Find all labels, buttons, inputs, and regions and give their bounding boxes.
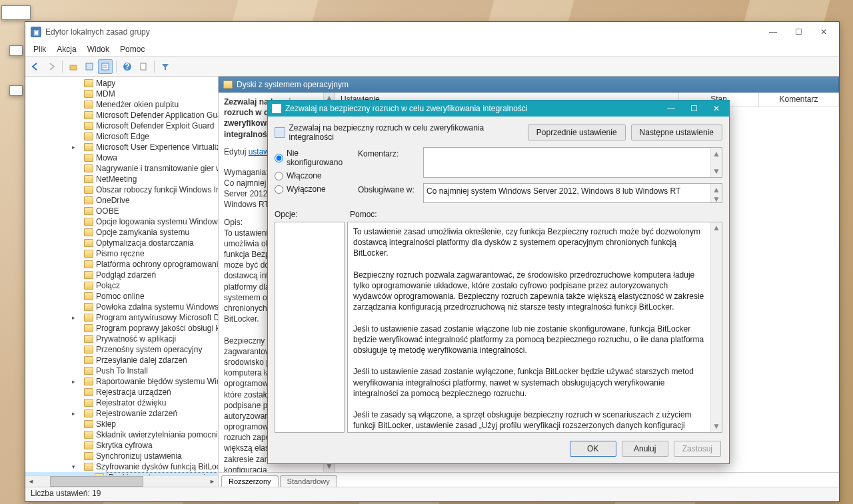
tree-item[interactable]: ▾Szyfrowanie dysków funkcją BitLocker [25,461,218,472]
col-comment[interactable]: Komentarz [759,93,839,107]
tree-item[interactable]: ▸Raportowanie błędów systemu Windows [25,376,218,387]
radio-disabled[interactable]: Wyłączone [275,184,351,194]
tree-item[interactable]: Obszar roboczy funkcji Windows Ink [25,184,218,195]
tree-item[interactable]: Połącz [25,280,218,291]
tree-item-label: Obszar roboczy funkcji Windows Ink [96,185,219,194]
tab-extended[interactable]: Rozszerzony [221,475,279,487]
tree-item[interactable]: Menedżer okien pulpitu [25,99,218,110]
tree-item-label: Opcje logowania systemu Windows [96,217,219,226]
tree-item[interactable]: Mowa [25,152,218,163]
policy-dialog: Zezwalaj na bezpieczny rozruch w celu zw… [267,100,730,464]
menu-file[interactable]: Plik [28,43,51,55]
tree-item[interactable]: Opcje logowania systemu Windows [25,216,218,227]
scroll-right-icon[interactable]: ► [207,476,218,487]
tree-item[interactable]: Pismo ręczne [25,248,218,259]
tree-item[interactable]: Przenośny system operacyjny [25,344,218,355]
tree-item-label: Optymalizacja dostarczania [96,238,194,248]
comment-field[interactable]: ▲▼ [423,147,722,178]
tree-item[interactable]: OneDrive [25,195,218,206]
folder-icon [84,441,93,449]
back-button[interactable] [28,59,43,74]
radio-not-configured[interactable]: Nie skonfigurowano [275,148,351,167]
filter-button[interactable] [158,59,173,74]
tree-item[interactable]: Sklep [25,419,218,429]
help-box[interactable]: To ustawienie zasad umożliwia określenie… [347,222,722,433]
scroll-left-icon[interactable]: ◄ [25,476,37,487]
h-scrollbar[interactable]: ◄ ► [25,475,218,487]
tree-item[interactable]: ▸Program antywirusowy Microsoft Defender [25,312,218,323]
forward-button[interactable] [44,59,59,74]
folder-icon [84,452,93,460]
tree-item-label: Szyfrowanie dysków funkcją BitLocker [96,462,219,471]
maximize-button[interactable]: ☐ [786,25,811,39]
dialog-maximize[interactable]: ☐ [682,102,705,115]
tree-item[interactable]: Przesyłanie dalej zdarzeń [25,355,218,366]
tree-item[interactable]: Rejestracja urządzeń [25,387,218,397]
tree-item[interactable]: Składnik uwierzytelniania pomocniczego f… [25,429,218,440]
folder-icon [84,164,93,172]
up-button[interactable] [66,59,81,74]
tree-item[interactable]: Synchronizuj ustawienia [25,451,218,461]
tree-item-label: MDM [96,89,115,99]
tree-item[interactable]: ▸Microsoft User Experience Virtualizatio… [25,142,218,152]
ok-button[interactable]: OK [570,441,616,457]
show-button[interactable] [82,59,97,74]
cancel-button[interactable]: Anuluj [622,441,668,457]
tree-item-label: Podgląd zdarzeń [96,270,156,280]
toolbar: ? [25,57,839,77]
tree-item[interactable]: Mapy [25,78,218,89]
tree-item[interactable]: Program poprawy jakości obsługi klienta … [25,323,218,334]
radio-enabled[interactable]: Włączone [275,171,351,180]
right-header: Dyski z systemem operacyjnym [219,77,839,93]
folder-icon [84,101,93,109]
folder-icon [84,367,93,375]
menu-action[interactable]: Akcja [51,43,81,55]
tree-item[interactable]: Optymalizacja dostarczania [25,238,218,248]
next-setting-button[interactable]: Następne ustawienie [631,125,722,140]
prev-setting-button[interactable]: Poprzednie ustawienie [528,125,626,140]
folder-icon [84,143,93,151]
tree-item-label: Push To Install [96,366,148,376]
menubar: Plik Akcja Widok Pomoc [25,42,839,57]
folder-icon [84,122,93,130]
tree-item[interactable]: Rejestrator dźwięku [25,397,218,408]
folder-icon [84,388,93,396]
tree-item[interactable]: Microsoft Defender Exploit Guard [25,121,218,131]
tree-item-label: Microsoft Defender Exploit Guard [96,121,214,130]
tree-item[interactable]: Nagrywanie i transmitowanie gier w syste… [25,163,218,174]
tree-item-label: Microsoft Defender Application Guard [96,111,219,120]
tree-item[interactable]: Prywatność w aplikacji [25,334,218,344]
tree-pane[interactable]: MapyMDMMenedżer okien pulpituMicrosoft D… [25,77,219,487]
menu-help[interactable]: Pomoc [115,43,150,55]
tree-item[interactable]: Push To Install [25,366,218,376]
dialog-close[interactable]: ✕ [705,102,728,115]
tree-item[interactable]: Microsoft Edge [25,131,218,142]
help-button[interactable]: ? [120,59,135,74]
tree-item[interactable]: Powłoka zdalna systemu Windows [25,302,218,312]
tree-item[interactable]: ▸Rejestrowanie zdarzeń [25,408,218,419]
tab-standard[interactable]: Standardowy [280,475,337,487]
minimize-button[interactable]: — [760,25,786,39]
tree-item[interactable]: Skrytka cyfrowa [25,440,218,451]
dialog-minimize[interactable]: — [660,102,682,115]
tree-item[interactable]: Opcje zamykania systemu [25,227,218,238]
dialog-title: Zezwalaj na bezpieczny rozruch w celu zw… [285,104,528,113]
tree-item[interactable]: Pomoc online [25,291,218,302]
close-button[interactable]: ✕ [811,25,836,39]
menu-view[interactable]: Widok [82,43,115,55]
export-button[interactable] [136,59,151,74]
tree-item[interactable]: Platforma ochrony oprogramowania [25,259,218,270]
tree-item-label: Microsoft Edge [96,132,149,141]
tree-item[interactable]: NetMeeting [25,174,218,184]
dialog-titlebar: Zezwalaj na bezpieczny rozruch w celu zw… [268,101,729,117]
properties-button[interactable] [98,59,113,74]
apply-button[interactable]: Zastosuj [674,441,721,457]
scroll-thumb[interactable] [50,476,143,487]
folder-icon [84,175,93,183]
tree-item[interactable]: Podgląd zdarzeń [25,270,218,280]
folder-icon [84,132,93,140]
tree-item[interactable]: Microsoft Defender Application Guard [25,110,218,121]
tree-item[interactable]: MDM [25,89,218,99]
tree-item[interactable]: OOBE [25,206,218,216]
help-scrollbar[interactable]: ▲▼ [710,222,722,432]
